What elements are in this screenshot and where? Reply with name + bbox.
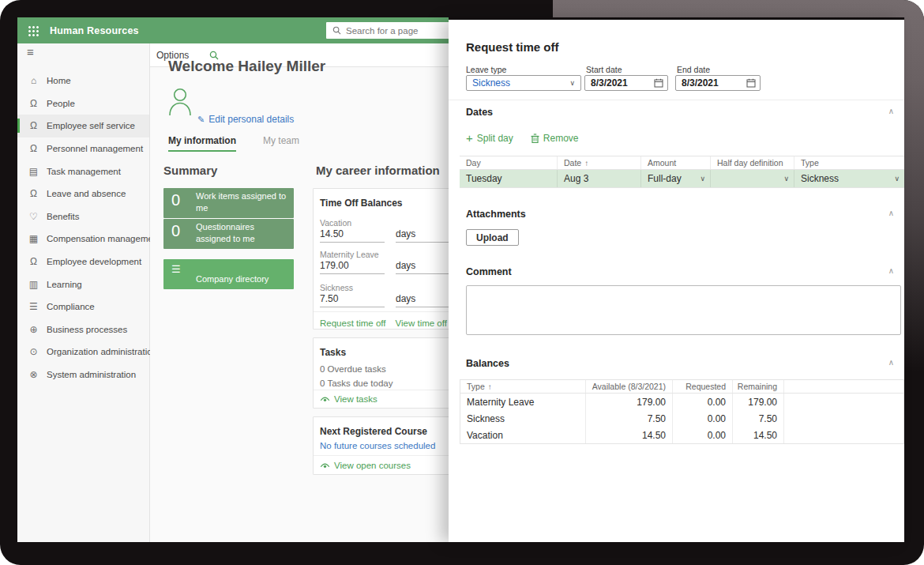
app-title: Human Resources bbox=[50, 25, 139, 36]
sidebar-item-people[interactable]: ΩPeople bbox=[17, 92, 149, 115]
screenshot-stage: Human Resources Search for a page ≡ ⌂Hom… bbox=[0, 0, 924, 565]
maternity-value: 179.00 bbox=[320, 260, 385, 274]
tab-my-team[interactable]: My team bbox=[263, 135, 299, 152]
dates-table-row[interactable]: Tuesday Aug 3 Full-day∨ ∨ Sickness∨ bbox=[460, 170, 904, 188]
leave-and-absence-icon: Ω bbox=[27, 188, 40, 199]
split-day-button[interactable]: +Split day bbox=[466, 132, 513, 144]
view-open-courses-link[interactable]: View open courses bbox=[320, 461, 411, 471]
dates-table: Day Date↑ Amount Half day definition Typ… bbox=[460, 156, 904, 188]
cell-date: Aug 3 bbox=[558, 170, 641, 187]
sidebar-item-task-management[interactable]: ▤Task management bbox=[17, 160, 149, 183]
view-time-off-link[interactable]: View time off bbox=[396, 318, 447, 328]
leave-type-dropdown[interactable]: Sickness ∨ bbox=[466, 75, 581, 91]
sidebar-item-benefits[interactable]: ♡Benefits bbox=[17, 205, 149, 228]
search-placeholder: Search for a page bbox=[346, 26, 418, 36]
personnel-management-icon: Ω bbox=[27, 143, 40, 154]
overdue-tasks-text: 0 Overdue tasks bbox=[320, 364, 386, 374]
sickness-value: 7.50 bbox=[320, 293, 385, 307]
collapse-attachments-icon[interactable]: ∧ bbox=[888, 209, 894, 217]
career-heading: My career information bbox=[316, 164, 440, 177]
col-type[interactable]: Type bbox=[794, 156, 904, 169]
sidebar-item-business-processes[interactable]: ⊕Business processes bbox=[17, 318, 149, 341]
balance-row-maternity[interactable]: Maternity Leave 179.00 0.00 179.00 bbox=[460, 394, 903, 410]
sidebar-item-employee-development[interactable]: ΩEmployee development bbox=[17, 250, 149, 273]
compliance-icon: ☰ bbox=[27, 301, 40, 312]
col-amount[interactable]: Amount bbox=[641, 156, 711, 169]
trash-icon bbox=[531, 134, 539, 143]
sort-ascending-icon: ↑ bbox=[488, 382, 492, 391]
edit-personal-details-link[interactable]: ✎Edit personal details bbox=[197, 114, 294, 125]
app-window: Human Resources Search for a page ≡ ⌂Hom… bbox=[17, 17, 449, 542]
sidebar-item-learning[interactable]: ▥Learning bbox=[17, 273, 149, 296]
tasks-card-title: Tasks bbox=[320, 347, 346, 358]
time-off-card-title: Time Off Balances bbox=[320, 198, 402, 209]
collapse-comment-icon[interactable]: ∧ bbox=[888, 266, 894, 275]
divider bbox=[314, 455, 449, 456]
col-available[interactable]: Available (8/3/2021) bbox=[586, 380, 673, 393]
tile-work-items[interactable]: 0 Work items assigned to me bbox=[163, 188, 294, 218]
tab-my-information[interactable]: My information bbox=[168, 135, 236, 152]
search-icon bbox=[332, 26, 341, 35]
divider bbox=[314, 390, 449, 390]
chevron-down-icon: ∨ bbox=[894, 175, 900, 183]
sidebar-item-employee-self-service[interactable]: ΩEmployee self service bbox=[17, 115, 149, 137]
sidebar-item-home[interactable]: ⌂Home bbox=[17, 70, 149, 92]
col-remaining[interactable]: Remaining bbox=[733, 380, 784, 393]
start-date-label: Start date bbox=[586, 65, 622, 74]
sidebar-item-organization-administration[interactable]: ⊙Organization administration bbox=[17, 341, 149, 363]
sidebar-item-personnel-management[interactable]: ΩPersonnel management bbox=[17, 137, 149, 160]
business-processes-icon: ⊕ bbox=[27, 324, 40, 335]
end-date-input[interactable] bbox=[682, 77, 737, 89]
col-day[interactable]: Day bbox=[460, 156, 558, 169]
comment-textarea[interactable] bbox=[466, 285, 901, 335]
sidebar-item-compensation-management[interactable]: ▦Compensation management bbox=[17, 228, 149, 250]
divider bbox=[314, 311, 449, 312]
request-time-off-link[interactable]: Request time off bbox=[320, 318, 386, 328]
cell-type-dropdown[interactable]: Sickness∨ bbox=[794, 170, 904, 187]
col-date[interactable]: Date↑ bbox=[558, 156, 641, 169]
app-launcher-icon[interactable] bbox=[28, 25, 39, 36]
hamburger-menu-icon[interactable]: ≡ bbox=[27, 45, 34, 58]
request-time-off-panel: Request time off Leave type Start date E… bbox=[449, 20, 904, 542]
cell-amount-dropdown[interactable]: Full-day∨ bbox=[641, 170, 711, 187]
sort-ascending-icon: ↑ bbox=[584, 159, 588, 168]
system-administration-icon: ⊗ bbox=[27, 369, 40, 380]
employee-self-service-icon: Ω bbox=[27, 120, 40, 131]
directory-list-icon: ☰ bbox=[171, 263, 181, 275]
no-courses-link[interactable]: No future courses scheduled bbox=[320, 441, 435, 450]
maternity-label: Maternity Leave bbox=[320, 250, 379, 259]
tile-questionnaires[interactable]: 0 Questionnaires assigned to me bbox=[163, 219, 294, 249]
collapse-balances-icon[interactable]: ∧ bbox=[888, 358, 894, 367]
sidebar-item-system-administration[interactable]: ⊗System administration bbox=[17, 363, 149, 386]
col-half-day-definition[interactable]: Half day definition bbox=[711, 156, 794, 169]
sidebar-item-compliance[interactable]: ☰Compliance bbox=[17, 296, 149, 318]
balance-row-sickness[interactable]: Sickness 7.50 0.00 7.50 bbox=[460, 410, 903, 427]
balance-row-vacation[interactable]: Vacation 14.50 0.00 14.50 bbox=[460, 427, 903, 443]
calendar-icon[interactable] bbox=[746, 78, 756, 88]
col-filler bbox=[784, 380, 903, 393]
employee-development-icon: Ω bbox=[27, 256, 40, 267]
upload-button[interactable]: Upload bbox=[466, 229, 519, 246]
vacation-unit: days bbox=[396, 228, 449, 243]
calendar-icon[interactable] bbox=[654, 78, 663, 88]
remove-button[interactable]: Remove bbox=[531, 133, 579, 144]
cell-half-day-dropdown[interactable]: ∨ bbox=[711, 170, 794, 187]
maternity-unit: days bbox=[396, 260, 449, 274]
dates-section-heading: Dates bbox=[466, 107, 493, 118]
dates-table-header: Day Date↑ Amount Half day definition Typ… bbox=[460, 156, 904, 170]
navigation-sidebar: ≡ ⌂Home ΩPeople ΩEmployee self service Ω… bbox=[17, 43, 150, 542]
start-date-field[interactable] bbox=[584, 75, 668, 91]
sidebar-item-leave-and-absence[interactable]: ΩLeave and absence bbox=[17, 183, 149, 205]
learning-icon: ▥ bbox=[27, 279, 40, 290]
page-search-box[interactable]: Search for a page bbox=[326, 22, 449, 39]
benefits-icon: ♡ bbox=[27, 211, 40, 222]
view-tasks-link[interactable]: View tasks bbox=[320, 394, 377, 405]
col-balance-type[interactable]: Type↑ bbox=[460, 380, 586, 393]
sickness-unit: days bbox=[396, 293, 449, 307]
tile-company-directory[interactable]: ☰ Company directory bbox=[163, 259, 294, 289]
collapse-dates-icon[interactable]: ∧ bbox=[888, 107, 894, 115]
end-date-field[interactable] bbox=[675, 75, 761, 91]
app-body: ≡ ⌂Home ΩPeople ΩEmployee self service Ω… bbox=[17, 43, 449, 542]
col-requested[interactable]: Requested bbox=[673, 380, 733, 393]
start-date-input[interactable] bbox=[591, 77, 646, 89]
